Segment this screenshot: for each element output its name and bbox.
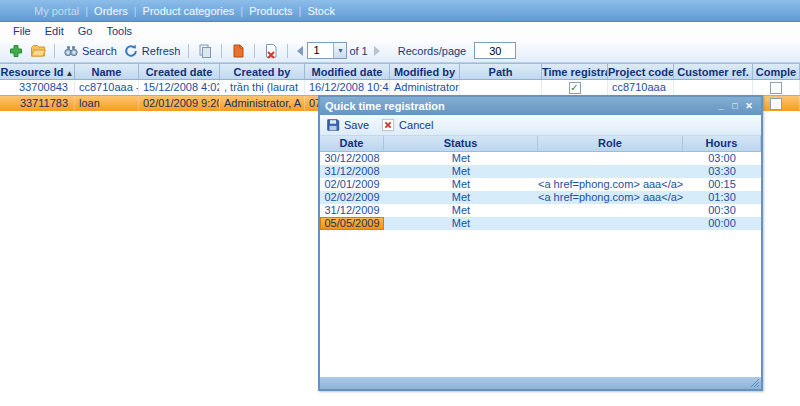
time-registration-row[interactable]: 02/01/2009 Met <a href=phong.com> aaa</a…	[320, 178, 761, 191]
cell-date[interactable]: 02/01/2009	[320, 178, 384, 191]
grid-header-row: Resource Id▲ Name Created date Created b…	[0, 63, 800, 80]
menu-edit[interactable]: Edit	[38, 25, 71, 37]
add-button[interactable]	[5, 42, 27, 60]
column-header-path[interactable]: Path	[460, 64, 542, 79]
cell-status: Met	[384, 152, 538, 165]
cell-modified-date: 16/12/2008 10:4	[305, 80, 390, 95]
cell-date[interactable]: 31/12/2009	[320, 204, 384, 217]
time-registration-row[interactable]: 31/12/2009 Met 00:30	[320, 204, 761, 217]
column-header-modified-by[interactable]: Modified by	[390, 64, 460, 79]
save-icon	[326, 118, 340, 132]
delete-button[interactable]	[227, 42, 249, 60]
dialog-empty-area	[320, 230, 761, 377]
search-label: Search	[82, 45, 117, 57]
cell-date[interactable]: 02/02/2009	[320, 191, 384, 204]
nav-item-stock[interactable]: Stock	[307, 5, 335, 17]
column-header-label: Resource Id	[1, 66, 64, 78]
column-header-name[interactable]: Name	[75, 64, 139, 79]
completed-checkbox[interactable]	[770, 98, 782, 110]
cell-status: Met	[384, 204, 538, 217]
time-registration-row-selected[interactable]: 05/05/2009 Met 00:00	[320, 217, 761, 230]
cell-modified-by: Administrator, A	[390, 80, 460, 95]
refresh-icon	[123, 43, 139, 59]
menu-go[interactable]: Go	[71, 25, 100, 37]
cell-created-date: 02/01/2009 9:20	[139, 96, 220, 111]
cell-project-code: cc8710aaa	[608, 80, 674, 95]
cell-completed	[753, 80, 800, 95]
cell-hours: 03:00	[683, 152, 761, 165]
column-header-date[interactable]: Date	[320, 136, 384, 151]
toolbar-separator	[54, 44, 55, 58]
time-registration-checkbox[interactable]: ✓	[569, 82, 581, 94]
cell-created-by: Administrator, A	[220, 96, 305, 111]
dialog-toolbar: Save Cancel	[320, 115, 761, 136]
cancel-label: Cancel	[399, 119, 433, 131]
column-header-role[interactable]: Role	[538, 136, 683, 151]
nav-item-orders[interactable]: Orders	[94, 5, 128, 17]
time-registration-row[interactable]: 31/12/2008 Met 03:30	[320, 165, 761, 178]
menu-bar: File Edit Go Tools	[0, 22, 800, 39]
export-button[interactable]	[260, 42, 282, 60]
cell-role: <a href=phong.com> aaa</a>	[538, 191, 683, 204]
column-header-status[interactable]: Status	[384, 136, 538, 151]
column-header-time-registration[interactable]: Time registrat	[542, 64, 608, 79]
cell-date-selected[interactable]: 05/05/2009	[320, 217, 384, 230]
open-button[interactable]	[27, 42, 49, 60]
nav-separator: |	[240, 5, 243, 17]
toolbar: Search Refresh 1 ▼ of 1 Records/page	[0, 39, 800, 63]
cell-hours: 03:30	[683, 165, 761, 178]
search-button[interactable]: Search	[60, 42, 120, 60]
copy-button[interactable]	[194, 42, 216, 60]
minimize-icon[interactable]: _	[714, 97, 728, 115]
time-registration-row[interactable]: 30/12/2008 Met 03:00	[320, 152, 761, 165]
maximize-icon[interactable]: □	[728, 97, 742, 115]
add-icon	[8, 43, 24, 59]
cell-status: Met	[384, 165, 538, 178]
column-header-project-code[interactable]: Project code	[608, 64, 674, 79]
column-header-hours[interactable]: Hours	[683, 136, 761, 151]
page-number-select[interactable]: 1 ▼	[307, 42, 347, 59]
completed-checkbox[interactable]	[770, 82, 782, 94]
cell-customer-ref	[674, 80, 753, 95]
cell-date[interactable]: 30/12/2008	[320, 152, 384, 165]
cell-status: Met	[384, 191, 538, 204]
nav-item-product-categories[interactable]: Product categories	[143, 5, 235, 17]
quick-time-registration-dialog: Quick time registration _ □ ✕ Save Cance…	[318, 95, 763, 391]
menu-file[interactable]: File	[6, 25, 38, 37]
toolbar-separator	[287, 44, 288, 58]
chevron-down-icon[interactable]: ▼	[333, 43, 346, 58]
previous-page-chevron-icon[interactable]	[297, 46, 303, 56]
resize-grip[interactable]	[750, 378, 760, 388]
close-icon[interactable]: ✕	[742, 97, 756, 115]
cell-status: Met	[384, 178, 538, 191]
refresh-button[interactable]: Refresh	[120, 42, 184, 60]
nav-separator: |	[299, 5, 302, 17]
nav-item-products[interactable]: Products	[249, 5, 292, 17]
column-header-completed[interactable]: Comple	[753, 64, 800, 79]
copy-document-icon	[197, 43, 213, 59]
save-button[interactable]: Save	[326, 118, 369, 132]
save-label: Save	[344, 119, 369, 131]
table-row[interactable]: 33700843 cc8710aaa - pro 15/12/2008 4:02…	[0, 80, 800, 95]
cancel-button[interactable]: Cancel	[381, 118, 433, 132]
cancel-icon	[381, 118, 395, 132]
menu-tools[interactable]: Tools	[99, 25, 139, 37]
cell-date[interactable]: 31/12/2008	[320, 165, 384, 178]
next-page-chevron-icon[interactable]	[374, 46, 380, 56]
cell-created-date: 15/12/2008 4:02	[139, 80, 220, 95]
column-header-created-by[interactable]: Created by	[220, 64, 305, 79]
cell-path	[460, 80, 542, 95]
nav-item-my-portal[interactable]: My portal	[34, 5, 79, 17]
records-per-page-input[interactable]	[474, 42, 516, 59]
column-header-resource-id[interactable]: Resource Id▲	[0, 64, 75, 79]
column-header-customer-ref[interactable]: Customer ref.	[674, 64, 753, 79]
dialog-title-bar[interactable]: Quick time registration _ □ ✕	[320, 97, 761, 115]
column-header-created-date[interactable]: Created date	[139, 64, 220, 79]
records-per-page-label: Records/page	[398, 45, 467, 57]
time-registration-row[interactable]: 02/02/2009 Met <a href=phong.com> aaa</a…	[320, 191, 761, 204]
application-window: My portal | Orders | Product categories …	[0, 0, 800, 406]
cell-hours: 00:30	[683, 204, 761, 217]
column-header-modified-date[interactable]: Modified date	[305, 64, 390, 79]
export-excel-icon	[263, 43, 279, 59]
cell-role	[538, 165, 683, 178]
